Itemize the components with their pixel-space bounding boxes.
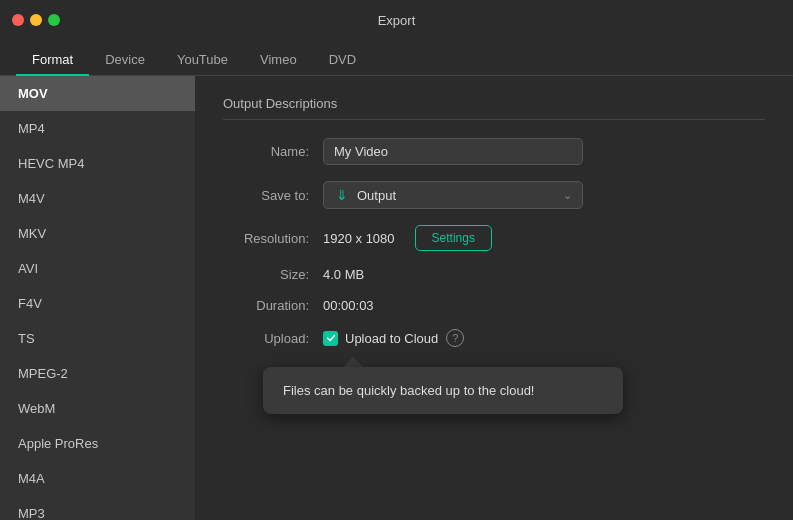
chevron-down-icon: ⌄ (563, 189, 572, 202)
sidebar-item-m4a[interactable]: M4A (0, 461, 195, 496)
sidebar-item-ts[interactable]: TS (0, 321, 195, 356)
sidebar-item-mp3[interactable]: MP3 (0, 496, 195, 520)
content-area: Output Descriptions Name: Save to: ⇓ Out… (195, 76, 793, 520)
tab-device[interactable]: Device (89, 44, 161, 75)
sidebar-item-webm[interactable]: WebM (0, 391, 195, 426)
sidebar-item-hevc-mp4[interactable]: HEVC MP4 (0, 146, 195, 181)
download-icon: ⇓ (334, 187, 350, 203)
sidebar-item-mpeg2[interactable]: MPEG-2 (0, 356, 195, 391)
duration-label: Duration: (223, 298, 323, 313)
tab-vimeo[interactable]: Vimeo (244, 44, 313, 75)
section-title: Output Descriptions (223, 96, 765, 120)
upload-label: Upload: (223, 331, 323, 346)
upload-to-cloud-label: Upload to Cloud (345, 331, 438, 346)
size-row: Size: 4.0 MB (223, 267, 765, 282)
checkbox-checked (323, 331, 338, 346)
name-label: Name: (223, 144, 323, 159)
save-to-row: Save to: ⇓ Output ⌄ (223, 181, 765, 209)
tab-format[interactable]: Format (16, 44, 89, 75)
resolution-row: Resolution: 1920 x 1080 Settings (223, 225, 765, 251)
window-title: Export (378, 13, 416, 28)
close-button[interactable] (12, 14, 24, 26)
name-input[interactable] (323, 138, 583, 165)
sidebar-item-m4v[interactable]: M4V (0, 181, 195, 216)
minimize-button[interactable] (30, 14, 42, 26)
save-to-dropdown[interactable]: ⇓ Output ⌄ (323, 181, 583, 209)
tooltip-arrow (343, 357, 363, 367)
sidebar-item-f4v[interactable]: F4V (0, 286, 195, 321)
help-icon[interactable]: ? (446, 329, 464, 347)
sidebar: MOV MP4 HEVC MP4 M4V MKV AVI F4V TS MPEG… (0, 76, 195, 520)
duration-row: Duration: 00:00:03 (223, 298, 765, 313)
upload-to-cloud-checkbox[interactable]: Upload to Cloud (323, 331, 438, 346)
sidebar-item-mkv[interactable]: MKV (0, 216, 195, 251)
sidebar-item-mp4[interactable]: MP4 (0, 111, 195, 146)
save-to-left: ⇓ Output (334, 187, 396, 203)
settings-button[interactable]: Settings (415, 225, 492, 251)
tab-dvd[interactable]: DVD (313, 44, 372, 75)
save-to-label: Save to: (223, 188, 323, 203)
tooltip: Files can be quickly backed up to the cl… (263, 357, 623, 414)
title-bar: Export (0, 0, 793, 40)
maximize-button[interactable] (48, 14, 60, 26)
sidebar-item-apple-prores[interactable]: Apple ProRes (0, 426, 195, 461)
resolution-label: Resolution: (223, 231, 323, 246)
save-to-value: Output (357, 188, 396, 203)
sidebar-item-avi[interactable]: AVI (0, 251, 195, 286)
checkmark-icon (326, 333, 336, 343)
tooltip-box: Files can be quickly backed up to the cl… (263, 367, 623, 414)
upload-row: Upload: Upload to Cloud ? Files can (223, 329, 765, 347)
size-value: 4.0 MB (323, 267, 364, 282)
resolution-value: 1920 x 1080 (323, 231, 395, 246)
duration-value: 00:00:03 (323, 298, 374, 313)
tab-bar: Format Device YouTube Vimeo DVD (0, 40, 793, 76)
sidebar-item-mov[interactable]: MOV (0, 76, 195, 111)
size-label: Size: (223, 267, 323, 282)
tab-youtube[interactable]: YouTube (161, 44, 244, 75)
main-layout: MOV MP4 HEVC MP4 M4V MKV AVI F4V TS MPEG… (0, 76, 793, 520)
traffic-lights (12, 14, 60, 26)
name-row: Name: (223, 138, 765, 165)
